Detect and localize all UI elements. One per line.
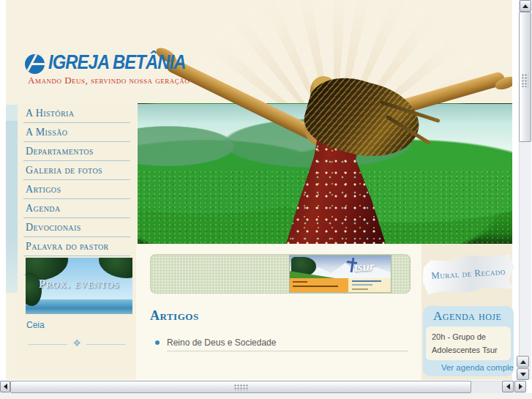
- agenda-full-link[interactable]: Ver agenda comple: [423, 363, 514, 372]
- beach-sea: [26, 299, 132, 314]
- menu-item-historia[interactable]: A História: [23, 104, 130, 123]
- horizontal-scrollbar-thumb[interactable]: [10, 381, 471, 393]
- vertical-scrollbar-thumb[interactable]: [519, 12, 531, 142]
- scroll-right-button[interactable]: [514, 381, 526, 392]
- top-banner: tsur: [150, 254, 411, 294]
- tsur-cream-panel: [348, 278, 391, 292]
- menu-item-devocionais[interactable]: Devocionais: [23, 218, 130, 237]
- menu-item-palavra-do-pastor[interactable]: Palavra do pastor: [23, 237, 130, 256]
- agenda-heading: Agenda hoje: [433, 309, 501, 324]
- arrow-down-icon: [520, 373, 526, 376]
- arrow-up-icon: [522, 4, 528, 8]
- agenda-today-box: Agenda hoje 20h - Grupo de Adolescentes …: [423, 306, 514, 376]
- next-events-label: Prox. eventos: [26, 277, 132, 291]
- menu-item-departamentos[interactable]: Departamentos: [23, 142, 130, 161]
- scroll-left-button-right[interactable]: [502, 381, 514, 392]
- scroll-up-button-bottom[interactable]: [517, 356, 529, 368]
- menu-item-artigos[interactable]: Artigos: [23, 180, 130, 199]
- menu-item-agenda[interactable]: Agenda: [23, 199, 130, 218]
- arrow-left-icon: [506, 384, 510, 389]
- window-bottom-strip: [0, 393, 532, 399]
- site-title: Igreja Betânia: [48, 51, 185, 74]
- bullet-icon: [155, 340, 160, 345]
- arrow-right-icon: [519, 384, 522, 389]
- tsur-orange-panel: [290, 278, 348, 292]
- tsur-logo-text: tsur: [353, 259, 375, 275]
- site-logo[interactable]: Igreja Betânia Amando Deus, servindo nos…: [22, 50, 179, 88]
- palm-tree-icon: [99, 258, 132, 278]
- browser-viewport: Igreja Betânia Amando Deus, servindo nos…: [0, 0, 532, 399]
- event-link-ceia[interactable]: Ceia: [26, 320, 45, 330]
- message-board-label: Mural de Recado: [431, 266, 506, 282]
- article-title: Reino de Deus e Sociedade: [167, 338, 276, 348]
- menu-item-galeria[interactable]: Galeria de fotos: [23, 161, 130, 180]
- articles-heading: Artigos: [150, 308, 199, 324]
- logo-globe-icon: [25, 54, 45, 74]
- scroll-left-button[interactable]: [0, 381, 10, 392]
- agenda-entry: 20h - Grupo de Adolescentes Tsur: [426, 327, 511, 360]
- hero-image: [138, 0, 512, 244]
- sidebar: A História A Missão Departamentos Galeri…: [18, 102, 136, 376]
- next-events-banner[interactable]: Prox. eventos: [26, 258, 132, 314]
- ornament-icon: ❖: [67, 337, 86, 350]
- arrow-up-icon: [520, 360, 526, 364]
- scroll-up-button[interactable]: [520, 0, 531, 12]
- main-menu: A História A Missão Departamentos Galeri…: [18, 102, 136, 275]
- tsur-ad-banner[interactable]: tsur: [290, 256, 391, 292]
- menu-item-missao[interactable]: A Missão: [23, 123, 130, 142]
- arrow-left-icon: [4, 384, 7, 389]
- left-accent-strip: [6, 105, 18, 293]
- scrollbar-grip-icon: [522, 74, 528, 87]
- site-tagline: Amando Deus, servindo nossa geração: [28, 75, 190, 86]
- scroll-down-button[interactable]: [517, 368, 529, 380]
- article-divider: [167, 351, 408, 351]
- scrollbar-grip-icon: [234, 384, 249, 391]
